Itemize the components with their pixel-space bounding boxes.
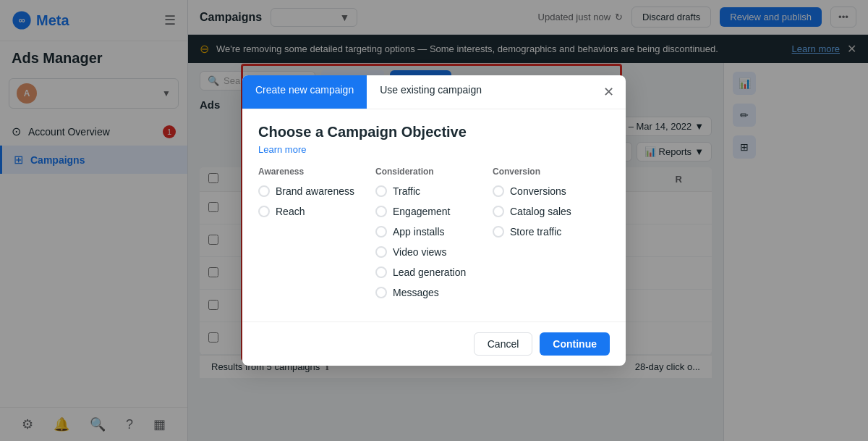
reach-label: Reach bbox=[276, 206, 305, 217]
catalog-sales-label: Catalog sales bbox=[510, 206, 571, 217]
conversions-label: Conversions bbox=[510, 185, 566, 197]
conversions-item[interactable]: Conversions bbox=[493, 185, 603, 197]
engagement-label: Engagement bbox=[393, 206, 450, 217]
store-traffic-radio[interactable] bbox=[493, 226, 504, 238]
tab-use-existing[interactable]: Use existing campaign bbox=[367, 75, 495, 109]
conversion-column: Conversion Conversions Catalog sales Sto… bbox=[493, 167, 610, 307]
consideration-header: Consideration bbox=[375, 167, 485, 177]
tab-create-new[interactable]: Create new campaign bbox=[242, 75, 367, 109]
messages-label: Messages bbox=[393, 287, 439, 298]
objectives-grid: Awareness Brand awareness Reach Consider… bbox=[258, 167, 610, 307]
modal-footer: Cancel Continue bbox=[242, 322, 626, 366]
brand-awareness-radio[interactable] bbox=[258, 185, 270, 197]
awareness-column: Awareness Brand awareness Reach bbox=[258, 167, 375, 307]
conversion-header: Conversion bbox=[493, 167, 603, 177]
lead-generation-item[interactable]: Lead generation bbox=[375, 266, 485, 278]
store-traffic-label: Store traffic bbox=[510, 226, 561, 238]
conversions-radio[interactable] bbox=[493, 185, 504, 197]
store-traffic-item[interactable]: Store traffic bbox=[493, 226, 603, 238]
awareness-header: Awareness bbox=[258, 167, 368, 177]
lead-generation-label: Lead generation bbox=[393, 266, 466, 278]
continue-button[interactable]: Continue bbox=[540, 332, 610, 356]
consideration-column: Consideration Traffic Engagement App ins… bbox=[375, 167, 493, 307]
engagement-radio[interactable] bbox=[375, 206, 387, 217]
app-installs-item[interactable]: App installs bbox=[375, 226, 485, 238]
campaign-objective-modal: Create new campaign Use existing campaig… bbox=[242, 75, 626, 366]
cancel-button[interactable]: Cancel bbox=[474, 332, 533, 356]
brand-awareness-item[interactable]: Brand awareness bbox=[258, 185, 368, 197]
video-views-item[interactable]: Video views bbox=[375, 246, 485, 258]
traffic-radio[interactable] bbox=[375, 185, 387, 197]
modal-body: Choose a Campaign Objective Learn more A… bbox=[242, 109, 626, 322]
traffic-item[interactable]: Traffic bbox=[375, 185, 485, 197]
modal-title: Choose a Campaign Objective bbox=[258, 124, 610, 140]
brand-awareness-label: Brand awareness bbox=[276, 185, 354, 197]
messages-item[interactable]: Messages bbox=[375, 287, 485, 298]
lead-generation-radio[interactable] bbox=[375, 266, 387, 278]
modal-overlay: Create new campaign Use existing campaig… bbox=[0, 0, 868, 441]
catalog-sales-radio[interactable] bbox=[493, 206, 504, 217]
learn-more-link[interactable]: Learn more bbox=[258, 144, 306, 155]
modal-close-button[interactable]: ✕ bbox=[592, 75, 626, 109]
modal-tabs: Create new campaign Use existing campaig… bbox=[242, 75, 626, 109]
video-views-label: Video views bbox=[393, 246, 446, 258]
app-installs-radio[interactable] bbox=[375, 226, 387, 238]
messages-radio[interactable] bbox=[375, 287, 387, 298]
reach-item[interactable]: Reach bbox=[258, 206, 368, 217]
reach-radio[interactable] bbox=[258, 206, 270, 217]
video-views-radio[interactable] bbox=[375, 246, 387, 258]
engagement-item[interactable]: Engagement bbox=[375, 206, 485, 217]
traffic-label: Traffic bbox=[393, 185, 420, 197]
app-installs-label: App installs bbox=[393, 226, 445, 238]
catalog-sales-item[interactable]: Catalog sales bbox=[493, 206, 603, 217]
